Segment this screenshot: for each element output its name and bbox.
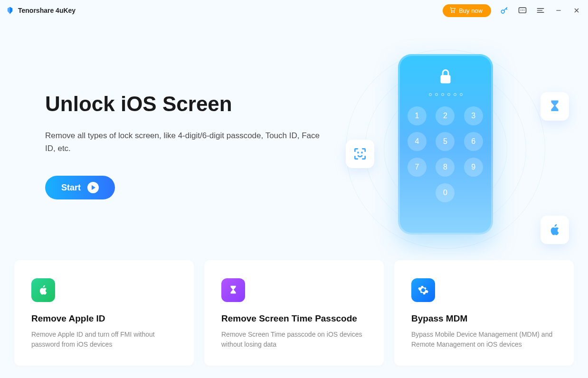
hero-illustration: 1 2 3 4 5 6 7 8 9 0: [336, 45, 555, 254]
gear-icon: [411, 278, 435, 302]
svg-point-5: [358, 152, 358, 153]
svg-point-2: [501, 10, 504, 13]
keypad-key: 4: [408, 132, 427, 151]
keypad-key: 8: [436, 158, 455, 177]
svg-point-6: [361, 152, 362, 153]
keypad: 1 2 3 4 5 6 7 8 9 0: [408, 106, 484, 202]
card-bypass-mdm[interactable]: Bypass MDM Bypass Mobile Device Manageme…: [394, 260, 574, 366]
card-title: Bypass MDM: [411, 313, 557, 324]
keypad-key: 1: [408, 106, 427, 125]
minimize-icon[interactable]: [554, 6, 563, 15]
titlebar: Tenorshare 4uKey Buy now: [0, 0, 588, 21]
passcode-dots: [429, 93, 463, 96]
hourglass-icon: [221, 278, 245, 302]
key-icon[interactable]: [500, 6, 509, 15]
app-title: Tenorshare 4uKey: [18, 7, 76, 14]
apple-icon: [541, 216, 569, 244]
keypad-key: 6: [464, 132, 483, 151]
keypad-key: 2: [436, 106, 455, 125]
card-remove-apple-id[interactable]: Remove Apple ID Remove Apple ID and turn…: [14, 260, 194, 366]
hero-content: Unlock iOS Screen Remove all types of lo…: [45, 68, 335, 199]
feedback-icon[interactable]: [518, 6, 527, 15]
svg-rect-4: [441, 75, 451, 84]
hourglass-icon: [541, 92, 569, 121]
card-description: Remove Apple ID and turn off FMI without…: [31, 330, 177, 350]
app-logo-icon: [6, 6, 14, 15]
card-screen-time[interactable]: Remove Screen Time Passcode Remove Scree…: [204, 260, 384, 366]
buy-now-label: Buy now: [459, 7, 483, 14]
keypad-key: 9: [464, 158, 483, 177]
card-title: Remove Apple ID: [31, 313, 177, 324]
apple-icon: [31, 278, 55, 302]
lock-icon: [439, 68, 452, 85]
svg-point-1: [454, 11, 455, 12]
card-description: Bypass Mobile Device Management (MDM) an…: [411, 330, 557, 350]
play-icon: [87, 182, 99, 193]
svg-point-0: [452, 11, 453, 12]
card-description: Remove Screen Time passcode on iOS devic…: [221, 330, 367, 350]
page-description: Remove all types of lock screen, like 4-…: [45, 129, 325, 155]
menu-icon[interactable]: [536, 6, 545, 15]
keypad-key: 7: [408, 158, 427, 177]
buy-now-button[interactable]: Buy now: [443, 4, 491, 17]
close-icon[interactable]: [572, 6, 581, 15]
keypad-key: 0: [436, 183, 455, 202]
card-title: Remove Screen Time Passcode: [221, 313, 367, 324]
keypad-key: 5: [436, 132, 455, 151]
hero-section: Unlock iOS Screen Remove all types of lo…: [0, 21, 588, 199]
start-label: Start: [61, 183, 81, 193]
phone-illustration: 1 2 3 4 5 6 7 8 9 0: [398, 54, 493, 235]
start-button[interactable]: Start: [45, 176, 115, 199]
title-right: Buy now: [443, 4, 581, 17]
face-id-icon: [346, 140, 374, 168]
title-left: Tenorshare 4uKey: [6, 6, 76, 15]
cart-icon: [449, 7, 456, 15]
keypad-key: 3: [464, 106, 483, 125]
feature-cards: Remove Apple ID Remove Apple ID and turn…: [0, 260, 588, 366]
page-title: Unlock iOS Screen: [45, 92, 335, 116]
